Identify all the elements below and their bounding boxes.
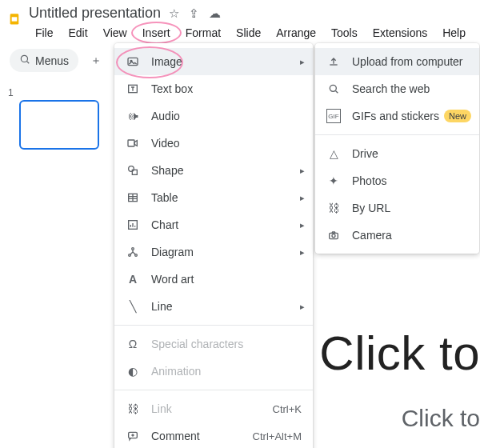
image-photos[interactable]: ✦ Photos [315, 167, 479, 194]
link-icon: ⛓ [126, 402, 140, 416]
image-upload-label: Upload from computer [352, 55, 463, 68]
menu-view[interactable]: View [97, 23, 134, 42]
image-camera-label: Camera [352, 229, 392, 242]
photos-icon: ✦ [326, 174, 341, 188]
insert-textbox-label: Text box [151, 82, 193, 95]
image-search-label: Search the web [352, 82, 430, 95]
insert-line[interactable]: ╲ Line▸ [114, 293, 313, 320]
menu-extensions[interactable]: Extensions [366, 23, 434, 42]
insert-comment-label: Comment [151, 430, 200, 442]
video-icon [126, 136, 140, 150]
image-byurl-label: By URL [352, 202, 390, 214]
image-icon [126, 54, 140, 69]
menu-format[interactable]: Format [179, 23, 227, 42]
insert-comment-shortcut: Ctrl+Alt+M [253, 430, 302, 442]
doc-title[interactable]: Untitled presentation [29, 5, 161, 22]
menu-file[interactable]: File [29, 23, 60, 42]
image-photos-label: Photos [352, 174, 387, 187]
svg-point-5 [130, 60, 132, 62]
svg-line-3 [26, 61, 29, 63]
line-icon: ╲ [126, 299, 140, 314]
url-icon: ⛓ [326, 201, 341, 215]
star-icon[interactable]: ☆ [169, 6, 179, 21]
diagram-icon [126, 245, 140, 259]
svg-rect-7 [128, 140, 134, 146]
insert-table-label: Table [151, 191, 178, 204]
insert-wordart[interactable]: A Word art [114, 266, 313, 293]
insert-table[interactable]: Table▸ [114, 184, 313, 211]
upload-icon [326, 54, 341, 69]
menus-chip-label: Menus [35, 54, 69, 67]
insert-animation-label: Animation [151, 365, 201, 378]
subtitle-placeholder[interactable]: Click to [319, 405, 480, 432]
menus-chip[interactable]: Menus [10, 49, 78, 72]
cloud-status-icon[interactable]: ☁ [209, 6, 221, 21]
insert-diagram-label: Diagram [151, 246, 194, 258]
menu-edit[interactable]: Edit [62, 23, 94, 42]
svg-point-18 [332, 234, 335, 238]
insert-special-chars: Ω Special characters [114, 330, 313, 358]
insert-wordart-label: Word art [151, 273, 194, 286]
menu-bar: File Edit View Insert Format Slide Arran… [29, 23, 472, 42]
svg-rect-4 [128, 58, 138, 65]
special-chars-icon: Ω [126, 337, 140, 351]
menu-arrange[interactable]: Arrange [270, 23, 322, 42]
audio-icon: 🕪 [126, 109, 140, 123]
chart-icon [126, 218, 140, 232]
insert-audio-label: Audio [151, 110, 180, 122]
animation-icon: ◐ [126, 364, 140, 378]
image-drive[interactable]: △ Drive [315, 140, 479, 167]
image-gifs-label: GIFs and stickers [352, 110, 439, 122]
insert-shape[interactable]: Shape▸ [114, 157, 313, 184]
image-by-url[interactable]: ⛓ By URL [315, 194, 479, 222]
insert-diagram[interactable]: Diagram▸ [114, 238, 313, 266]
insert-chart[interactable]: Chart▸ [114, 211, 313, 238]
textbox-icon [126, 82, 140, 96]
svg-point-16 [330, 85, 336, 91]
search-icon [326, 82, 341, 96]
menu-help[interactable]: Help [436, 23, 472, 42]
insert-special-label: Special characters [151, 338, 243, 350]
insert-image-label: Image [151, 55, 182, 68]
image-search-web[interactable]: Search the web [315, 75, 479, 102]
gif-icon: GIF [326, 109, 341, 123]
insert-audio[interactable]: 🕪 Audio [114, 102, 313, 130]
slide-thumbnail[interactable] [19, 100, 99, 150]
wordart-icon: A [126, 272, 140, 286]
svg-point-2 [21, 55, 27, 62]
image-gifs[interactable]: GIF GIFs and stickers New [315, 102, 479, 130]
image-submenu: Upload from computer Search the web GIF … [315, 43, 479, 254]
table-icon [126, 190, 140, 205]
image-upload[interactable]: Upload from computer [315, 48, 479, 75]
slide-canvas[interactable]: Click to Click to [319, 326, 480, 448]
shape-icon [126, 163, 140, 178]
menu-slide[interactable]: Slide [230, 23, 267, 42]
insert-link-shortcut: Ctrl+K [273, 403, 302, 415]
menu-insert[interactable]: Insert [136, 23, 177, 42]
insert-video[interactable]: Video [114, 130, 313, 157]
insert-comment[interactable]: Comment Ctrl+Alt+M [114, 422, 313, 448]
comment-icon [126, 429, 140, 443]
title-placeholder[interactable]: Click to [319, 326, 480, 381]
slide-number: 1 [8, 87, 98, 98]
insert-link-label: Link [151, 402, 172, 415]
camera-icon [326, 228, 341, 242]
insert-chart-label: Chart [151, 218, 178, 231]
insert-menu: Image▸ Text box 🕪 Audio Video Shape▸ Tab… [114, 43, 313, 448]
svg-point-8 [129, 166, 134, 172]
insert-image[interactable]: Image▸ [114, 48, 313, 75]
new-slide-button[interactable]: ＋ [85, 50, 107, 72]
svg-rect-1 [12, 17, 18, 21]
drive-icon: △ [326, 146, 341, 161]
search-icon [19, 54, 30, 67]
insert-animation: ◐ Animation [114, 358, 313, 385]
image-camera[interactable]: Camera [315, 222, 479, 249]
new-badge: New [444, 110, 471, 122]
move-icon[interactable]: ⇪ [189, 6, 199, 21]
insert-line-label: Line [151, 300, 172, 313]
menu-tools[interactable]: Tools [325, 23, 364, 42]
slides-logo [8, 5, 21, 34]
insert-shape-label: Shape [151, 164, 183, 177]
insert-textbox[interactable]: Text box [114, 75, 313, 102]
insert-link: ⛓ Link Ctrl+K [114, 395, 313, 422]
